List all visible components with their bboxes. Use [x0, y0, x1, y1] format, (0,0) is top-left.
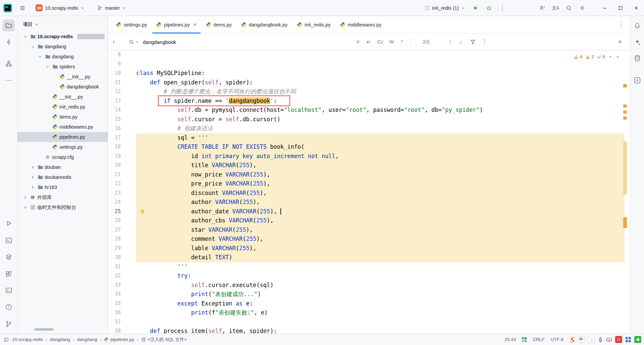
tree-item-pipelines.py[interactable]: pipelines.py [17, 132, 108, 142]
line-number[interactable]: 38 [108, 327, 136, 334]
warnings-badge[interactable]: 4 [574, 54, 582, 59]
code-line-38[interactable]: 38 def process_item(self, item, spider): [108, 327, 630, 334]
next-problem-icon[interactable] [615, 55, 620, 59]
horizontal-scrollbar[interactable] [34, 328, 54, 331]
tree-item-doubanredis[interactable]: doubanredis [17, 172, 108, 182]
code-line-24[interactable]: 24 author VARCHAR(255), [108, 198, 630, 207]
chevron-right-icon[interactable] [30, 175, 36, 180]
line-number[interactable]: 14 [108, 106, 136, 115]
line-number[interactable]: 29 [108, 244, 136, 253]
line-number[interactable]: 32 [108, 271, 136, 281]
tab-settings.py[interactable]: settings.py [111, 16, 152, 33]
match-case-toggle[interactable]: Cc [377, 39, 383, 45]
tree-item-settings.py[interactable]: settings.py [17, 142, 108, 152]
search-options-icon[interactable]: ⋮ [482, 38, 488, 46]
chevron-right-icon[interactable] [111, 40, 116, 44]
tool-window-services-button[interactable] [3, 268, 15, 280]
breadcrumb-item[interactable]: dangdang [50, 337, 70, 342]
tab-init_redis.py[interactable]: init_redis.py [292, 16, 335, 33]
regex-toggle[interactable]: .* [399, 39, 403, 45]
code-line-19[interactable]: 19 id int primary key auto_increment not… [108, 152, 630, 161]
line-number[interactable]: 21 [108, 170, 136, 180]
search-input[interactable]: dangdangbook [143, 39, 176, 45]
maximize-button[interactable] [612, 0, 628, 16]
tab-dangdangbook.py[interactable]: dangdangbook.py [236, 16, 292, 33]
line-number[interactable]: 33 [108, 281, 136, 290]
tree-item-dangdangbook[interactable]: dangdangbook [17, 82, 108, 92]
line-number[interactable]: 30 [108, 253, 136, 262]
tool-window-terminal-button[interactable] [3, 284, 15, 296]
color-grid-icon[interactable] [522, 337, 527, 342]
code-line-15[interactable]: 15 self.cursor = self.db.cursor() [108, 115, 630, 124]
code-line-22[interactable]: 22 pre_price VARCHAR(255), [108, 179, 630, 189]
line-separator[interactable]: CRLF [533, 337, 544, 342]
line-number[interactable]: 23 [108, 189, 136, 198]
more-run-actions-button[interactable]: ⋮ [497, 2, 508, 14]
tool-window-commit-button[interactable] [3, 36, 15, 48]
line-number[interactable]: 16 [108, 124, 136, 133]
line-number[interactable]: 13 [108, 96, 136, 106]
code-line-32[interactable]: 32 try: [108, 271, 630, 281]
chevron-down-icon[interactable] [37, 55, 43, 59]
punctuation-icon[interactable]: ’, [588, 336, 595, 343]
line-number[interactable]: 24 [108, 198, 136, 207]
line-number[interactable]: 12 [108, 87, 136, 96]
tree-item-scrapy.cfg[interactable]: scrapy.cfg [17, 152, 108, 162]
tool-window-more-button[interactable] [3, 74, 15, 86]
close-search-icon[interactable]: × [618, 38, 622, 46]
line-number[interactable]: 19 [108, 152, 136, 161]
line-number[interactable]: 20 [108, 161, 136, 170]
main-menu-button[interactable] [17, 2, 28, 14]
code-line-14[interactable]: 14 self.db = pymysql.connect(host="local… [108, 106, 630, 115]
tool-window-ai-assistant-button[interactable] [631, 36, 643, 48]
tree-item--[interactable]: 外部库 [17, 192, 108, 202]
code-line-26[interactable]: 26 author_cbs VARCHAR(255), [108, 216, 630, 225]
error-stripe-mark[interactable] [623, 84, 627, 87]
line-number[interactable]: 26 [108, 216, 136, 225]
breadcrumb-item[interactable]: dangdang [77, 337, 97, 342]
line-number[interactable]: 9 [108, 60, 136, 69]
tab-pipelines.py[interactable]: pipelines.py× [152, 16, 201, 33]
tool-window-version-control-button[interactable] [3, 318, 15, 330]
tool-window-notifications-button[interactable] [631, 19, 643, 31]
code-line-34[interactable]: 34 print("表创建成功...") [108, 290, 630, 299]
microphone-icon[interactable] [598, 337, 603, 342]
chevron-down-icon[interactable] [22, 34, 29, 39]
code-line-29[interactable]: 29 lable VARCHAR(255), [108, 244, 630, 253]
tree-item-dangdang[interactable]: dangdang [17, 42, 108, 52]
code-line-30[interactable]: 30 detail TEXT) [108, 253, 630, 262]
chevron-right-icon[interactable] [30, 165, 36, 169]
chevron-right-icon[interactable] [22, 205, 29, 210]
whole-words-toggle[interactable]: W [389, 39, 394, 45]
clear-search-icon[interactable]: × [356, 38, 360, 45]
project-panel-header[interactable]: 项目 [17, 16, 108, 29]
tree-item-middlewares.py[interactable]: middlewares.py [17, 122, 108, 132]
tree-item-spiders[interactable]: spiders [17, 62, 108, 72]
prev-problem-icon[interactable] [608, 55, 612, 59]
weak-warnings-badge[interactable]: 2 [585, 54, 594, 59]
code-line-21[interactable]: 21 now_price VARCHAR(255), [108, 170, 630, 180]
chevron-right-icon[interactable] [22, 195, 29, 200]
breadcrumb-item[interactable]: pipelines.py [104, 337, 134, 342]
code-line-17[interactable]: 17 sql = ''' [108, 133, 630, 143]
breadcrumb-item[interactable]: <注入的 SQL 文件> [141, 337, 187, 343]
tree-item-dangdang[interactable]: dangdang [17, 52, 108, 62]
error-stripe-mark[interactable] [623, 111, 627, 114]
line-number[interactable]: 17 [108, 133, 136, 143]
chevron-down-icon[interactable] [44, 65, 51, 69]
tool-window-run-button[interactable] [3, 217, 15, 229]
tool-window-widget-icon[interactable] [4, 337, 9, 342]
caret-position[interactable]: 25:43 [504, 337, 516, 342]
error-stripe-mark[interactable] [623, 142, 627, 195]
code-line-11[interactable]: 11 def open_spider(self, spider): [108, 78, 630, 87]
code-line-35[interactable]: 35 except Exception as e: [108, 299, 630, 308]
previous-match-button[interactable]: ↑ [449, 39, 451, 45]
line-number[interactable]: 10 [108, 69, 136, 78]
tab-items.py[interactable]: items.py [201, 16, 236, 33]
line-number[interactable]: 11 [108, 78, 136, 87]
minimize-button[interactable] [597, 0, 612, 16]
close-button[interactable] [628, 0, 644, 16]
code-editor[interactable]: 8910class MySQLPipeline:11 def open_spid… [108, 50, 630, 334]
line-number[interactable]: 31 [108, 262, 136, 272]
line-number[interactable]: 15 [108, 115, 136, 124]
